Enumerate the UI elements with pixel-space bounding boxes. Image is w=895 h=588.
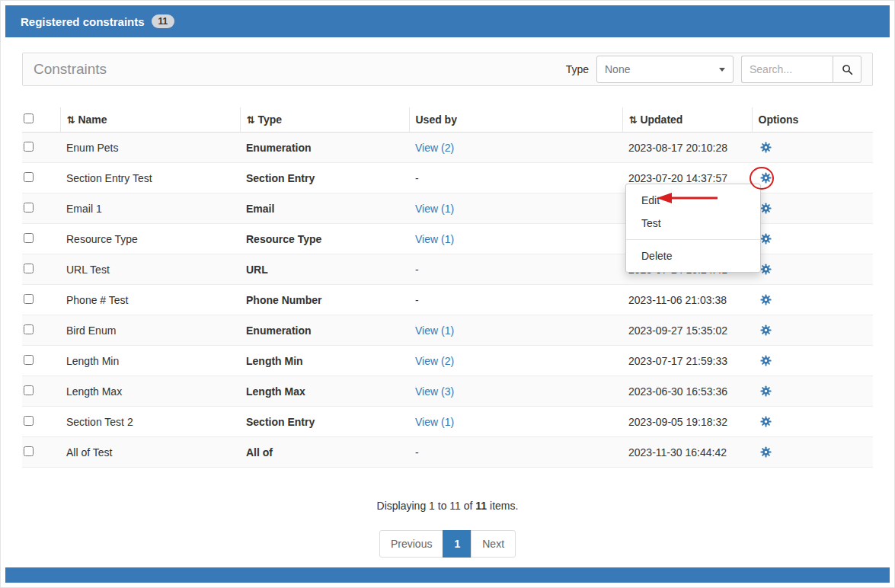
constraint-type: Resource Type — [240, 224, 409, 254]
used-by-cell: View (1) — [409, 193, 622, 224]
constraint-name: Length Min — [60, 346, 240, 376]
updated-cell: 2023-06-30 16:53:36 — [622, 376, 752, 407]
sort-icon: ⇅ — [629, 114, 638, 126]
column-header-type[interactable]: ⇅Type — [240, 107, 409, 133]
used-by-link[interactable]: View (1) — [415, 203, 454, 215]
used-by-cell: View (2) — [409, 346, 622, 376]
row-checkbox[interactable] — [24, 264, 34, 273]
constraints-table: ⇅Name⇅TypeUsed by⇅UpdatedOptions Enum Pe… — [22, 107, 873, 468]
constraint-name: Length Max — [60, 376, 240, 407]
type-filter-select[interactable]: None — [596, 56, 734, 83]
gear-icon — [759, 354, 772, 367]
row-checkbox[interactable] — [24, 416, 34, 426]
row-checkbox[interactable] — [24, 385, 34, 395]
pagination-previous[interactable]: Previous — [379, 530, 443, 558]
constraint-type: Length Max — [240, 376, 409, 407]
constraint-name: All of Test — [60, 437, 240, 468]
gear-icon — [759, 385, 772, 398]
used-by-link[interactable]: View (1) — [415, 324, 454, 337]
row-checkbox[interactable] — [24, 324, 34, 334]
used-by-cell: View (1) — [409, 315, 622, 346]
chevron-down-icon — [719, 68, 725, 72]
used-by-link[interactable]: View (1) — [415, 233, 454, 245]
table-row: Enum Pets Enumeration View (2) 2023-08-1… — [22, 133, 873, 163]
gear-icon — [759, 171, 772, 184]
used-by-cell: View (3) — [409, 376, 622, 407]
row-checkbox[interactable] — [24, 142, 34, 152]
column-header-name[interactable]: ⇅Name — [60, 107, 240, 133]
used-by-link[interactable]: View (1) — [415, 416, 454, 428]
updated-cell: 2023-11-30 16:44:42 — [622, 437, 752, 468]
used-by-empty: - — [415, 264, 419, 276]
used-by-empty: - — [415, 294, 419, 306]
row-checkbox[interactable] — [24, 172, 34, 182]
gear-icon — [759, 202, 772, 215]
options-gear-button[interactable] — [758, 353, 774, 369]
type-filter-value: None — [605, 63, 630, 75]
options-gear-button[interactable] — [758, 322, 774, 338]
select-all-checkbox[interactable] — [24, 113, 34, 123]
count-badge: 11 — [152, 14, 175, 28]
options-gear-button[interactable] — [758, 414, 774, 430]
options-gear-button[interactable] — [758, 383, 774, 399]
options-gear-button[interactable] — [758, 444, 774, 460]
gear-icon — [759, 232, 772, 245]
results-summary: Displaying 1 to 11 of 11 items. — [22, 500, 873, 512]
column-label: Name — [78, 113, 107, 126]
pagination-page-1[interactable]: 1 — [443, 530, 471, 558]
constraints-panel-header: Constraints Type None — [22, 53, 873, 86]
gear-icon — [759, 293, 772, 306]
select-all-header — [22, 107, 60, 133]
table-row: Phone # Test Phone Number - 2023-11-06 2… — [22, 285, 873, 315]
constraint-name: Email 1 — [60, 193, 240, 224]
summary-count: 11 — [475, 500, 487, 512]
table-row: All of Test All of - 2023-11-30 16:44:42 — [22, 437, 873, 468]
used-by-empty: - — [415, 172, 419, 184]
constraint-type: Enumeration — [240, 315, 409, 346]
row-checkbox[interactable] — [24, 355, 34, 365]
content-area: Constraints Type None — [5, 37, 890, 567]
pagination: Previous 1 Next — [22, 530, 873, 558]
constraint-type: All of — [240, 437, 409, 468]
table-row: Bird Enum Enumeration View (1) 2023-09-2… — [22, 315, 873, 346]
used-by-cell: View (2) — [409, 133, 622, 163]
constraint-name: Bird Enum — [60, 315, 240, 346]
options-gear-button[interactable] — [758, 170, 774, 186]
used-by-cell: - — [409, 437, 622, 468]
constraint-name: Section Entry Test — [60, 163, 240, 193]
constraint-name: URL Test — [60, 254, 240, 285]
column-label: Type — [257, 113, 282, 126]
row-checkbox[interactable] — [24, 446, 34, 456]
constraint-name: Resource Type — [60, 224, 240, 254]
used-by-link[interactable]: View (3) — [415, 385, 454, 398]
used-by-link[interactable]: View (2) — [415, 355, 454, 367]
pagination-next[interactable]: Next — [471, 530, 516, 558]
updated-cell: 2023-09-27 15:35:02 — [622, 315, 752, 346]
options-gear-button[interactable] — [758, 292, 774, 308]
updated-cell: 2023-11-06 21:03:38 — [622, 285, 752, 315]
constraints-page: Registered constraints 11 Constraints Ty… — [0, 0, 895, 588]
column-label: Used by — [416, 113, 457, 126]
search-input[interactable] — [741, 56, 833, 83]
column-header-updated[interactable]: ⇅Updated — [622, 107, 752, 133]
menu-item-edit[interactable]: Edit — [626, 189, 760, 212]
menu-item-test[interactable]: Test — [626, 212, 760, 235]
row-checkbox[interactable] — [24, 203, 34, 213]
column-header-used-by: Used by — [409, 107, 622, 133]
gear-icon — [759, 324, 772, 337]
constraint-type: Email — [240, 193, 409, 224]
column-header-options: Options — [752, 107, 873, 133]
used-by-cell: View (1) — [409, 407, 622, 437]
constraint-name: Section Test 2 — [60, 407, 240, 437]
page-title: Registered constraints — [21, 15, 145, 28]
used-by-link[interactable]: View (2) — [415, 142, 454, 154]
search-button[interactable] — [833, 56, 861, 83]
constraint-type: Enumeration — [240, 133, 409, 163]
row-checkbox[interactable] — [24, 294, 34, 304]
options-gear-button[interactable] — [758, 139, 774, 155]
constraint-name: Enum Pets — [60, 133, 240, 163]
table-header-row: ⇅Name⇅TypeUsed by⇅UpdatedOptions — [22, 107, 873, 133]
menu-item-delete[interactable]: Delete — [626, 244, 760, 267]
row-checkbox[interactable] — [24, 233, 34, 243]
updated-cell: 2023-09-05 19:18:32 — [622, 407, 752, 437]
